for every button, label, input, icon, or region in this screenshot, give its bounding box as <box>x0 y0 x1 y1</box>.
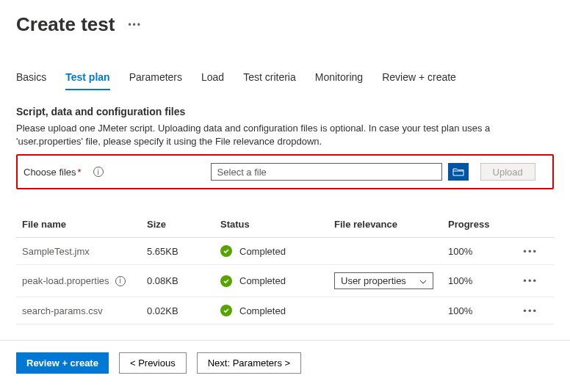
table-row: search-params.csv0.02KBCompleted100%••• <box>16 297 554 324</box>
next-button[interactable]: Next: Parameters > <box>197 352 301 374</box>
tab-monitoring[interactable]: Monitoring <box>315 67 363 90</box>
upload-button[interactable]: Upload <box>480 163 535 181</box>
row-more-icon[interactable]: ••• <box>508 305 538 316</box>
table-row: SampleTest.jmx5.65KBCompleted100%••• <box>16 238 554 265</box>
previous-button[interactable]: < Previous <box>119 352 187 374</box>
check-icon <box>220 275 232 287</box>
file-status-cell: Completed <box>220 275 334 287</box>
review-create-button[interactable]: Review + create <box>16 352 109 374</box>
file-size-cell: 0.02KB <box>147 305 220 316</box>
tab-parameters[interactable]: Parameters <box>129 67 182 90</box>
file-status-cell: Completed <box>220 245 334 257</box>
file-progress-cell: 100% <box>448 275 508 286</box>
col-status: Status <box>220 219 334 230</box>
file-size-cell: 5.65KB <box>147 246 220 257</box>
col-file-relevance: File relevance <box>334 219 448 230</box>
choose-files-label: Choose files* <box>24 167 82 178</box>
tab-test-plan[interactable]: Test plan <box>65 67 109 90</box>
file-name-cell: peak-load.propertiesi <box>22 275 147 286</box>
info-icon[interactable]: i <box>93 167 104 177</box>
page-title: Create test <box>16 13 115 36</box>
file-progress-cell: 100% <box>448 246 508 257</box>
row-more-icon[interactable]: ••• <box>508 275 538 286</box>
more-icon[interactable]: ••• <box>128 20 142 30</box>
tab-load[interactable]: Load <box>201 67 224 90</box>
file-name-cell: SampleTest.jmx <box>22 246 147 257</box>
footer-divider <box>0 340 570 341</box>
section-title: Script, data and configuration files <box>16 106 554 117</box>
check-icon <box>220 245 232 257</box>
check-icon <box>220 305 232 316</box>
choose-files-row: Choose files* i Select a file Upload <box>16 154 554 189</box>
col-file-name: File name <box>22 219 147 230</box>
file-status-cell: Completed <box>220 305 334 316</box>
file-relevance-select[interactable]: User properties <box>334 272 433 289</box>
files-table: File name Size Status File relevance Pro… <box>16 211 554 324</box>
folder-icon <box>452 167 464 176</box>
table-row: peak-load.propertiesi0.08KBCompletedUser… <box>16 265 554 297</box>
file-progress-cell: 100% <box>448 305 508 316</box>
col-size: Size <box>147 219 220 230</box>
info-icon[interactable]: i <box>115 276 126 286</box>
row-more-icon[interactable]: ••• <box>508 246 538 257</box>
file-select-input[interactable]: Select a file <box>211 163 442 181</box>
file-size-cell: 0.08KB <box>147 275 220 286</box>
required-asterisk: * <box>78 167 82 178</box>
tab-review-create[interactable]: Review + create <box>382 67 456 90</box>
browse-button[interactable] <box>448 163 469 181</box>
tab-test-criteria[interactable]: Test criteria <box>243 67 296 90</box>
chevron-down-icon <box>419 275 427 286</box>
col-progress: Progress <box>448 219 508 230</box>
tab-bar: BasicsTest planParametersLoadTest criter… <box>16 67 554 91</box>
tab-basics[interactable]: Basics <box>16 67 46 90</box>
section-description: Please upload one JMeter script. Uploadi… <box>16 122 554 148</box>
file-name-cell: search-params.csv <box>22 305 147 316</box>
file-relevance-cell: User properties <box>334 272 448 289</box>
